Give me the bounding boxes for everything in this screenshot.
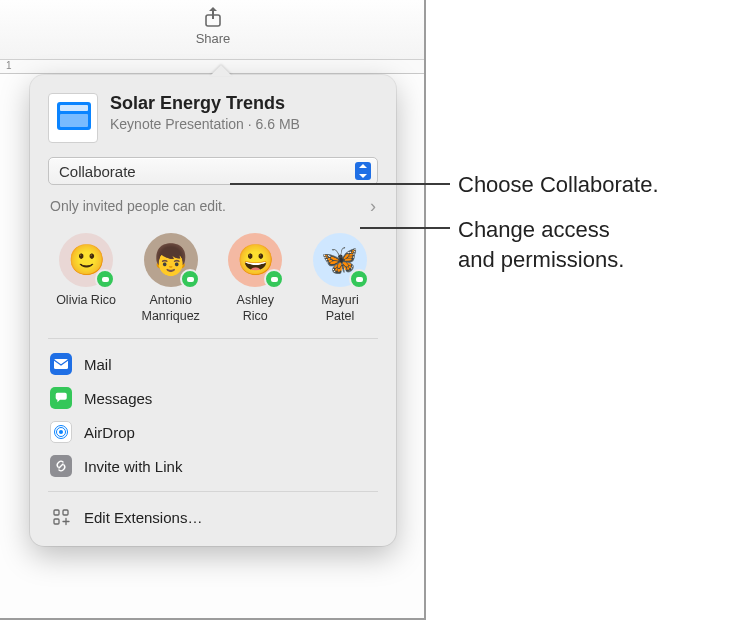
callout-collaborate: Choose Collaborate. [458,170,659,200]
edit-extensions-label: Edit Extensions… [84,509,202,526]
toolbar: Share [0,0,424,60]
callout-line [360,227,450,229]
avatar: 😀 [228,233,282,287]
contact-item[interactable]: 🙂 Olivia Rico [48,233,124,324]
action-mail[interactable]: Mail [48,347,378,381]
contact-item[interactable]: 👦 Antonio Manriquez [133,233,209,324]
mail-icon [50,353,72,375]
document-subtitle: Keynote Presentation · 6.6 MB [110,116,300,132]
avatar: 🙂 [59,233,113,287]
contact-name-2: Rico [217,309,293,325]
contact-name: Ashley [217,293,293,309]
callout-permissions: Change access and permissions. [458,215,624,274]
avatar: 👦 [144,233,198,287]
chevron-right-icon: › [370,197,376,215]
document-title: Solar Energy Trends [110,93,300,114]
action-airdrop[interactable]: AirDrop [48,415,378,449]
action-messages[interactable]: Messages [48,381,378,415]
svg-rect-1 [54,359,68,369]
callout-line [230,183,450,185]
ruler-number: 1 [6,60,12,71]
contact-name: Antonio [133,293,209,309]
contact-item[interactable]: 😀 Ashley Rico [217,233,293,324]
collaborate-mode-label: Collaborate [59,163,136,180]
contacts-row: 🙂 Olivia Rico 👦 Antonio Manriquez 😀 Ashl… [48,223,378,339]
callout-line1: Change access [458,217,610,242]
messages-badge-icon [264,269,284,289]
action-label: AirDrop [84,424,135,441]
contact-item[interactable]: 🦋 Mayuri Patel [302,233,378,324]
share-icon [201,5,225,29]
airdrop-icon [50,421,72,443]
action-label: Mail [84,356,112,373]
share-label: Share [190,31,236,46]
contact-name-2: Patel [302,309,378,325]
link-icon [50,455,72,477]
messages-badge-icon [349,269,369,289]
document-thumbnail [48,93,98,143]
edit-extensions[interactable]: Edit Extensions… [48,500,378,536]
collaborate-mode-select[interactable]: Collaborate [48,157,378,185]
extensions-icon [50,506,72,528]
permissions-summary: Only invited people can edit. [50,198,226,214]
share-actions: Mail Messages AirDrop Invite with Link [48,347,378,492]
share-button[interactable]: Share [190,5,236,46]
avatar: 🦋 [313,233,367,287]
share-popover: Solar Energy Trends Keynote Presentation… [30,75,396,546]
contact-name-2: Manriquez [133,309,209,325]
messages-badge-icon [180,269,200,289]
action-invite-link[interactable]: Invite with Link [48,449,378,483]
svg-point-2 [59,430,63,434]
svg-rect-5 [54,510,59,515]
action-label: Messages [84,390,152,407]
chevron-up-down-icon [355,162,371,180]
svg-rect-6 [63,510,68,515]
messages-badge-icon [95,269,115,289]
action-label: Invite with Link [84,458,182,475]
messages-icon [50,387,72,409]
callout-line2: and permissions. [458,247,624,272]
contact-name: Mayuri [302,293,378,309]
permissions-row[interactable]: Only invited people can edit. › [48,195,378,223]
svg-rect-7 [54,519,59,524]
contact-name: Olivia Rico [48,293,124,309]
